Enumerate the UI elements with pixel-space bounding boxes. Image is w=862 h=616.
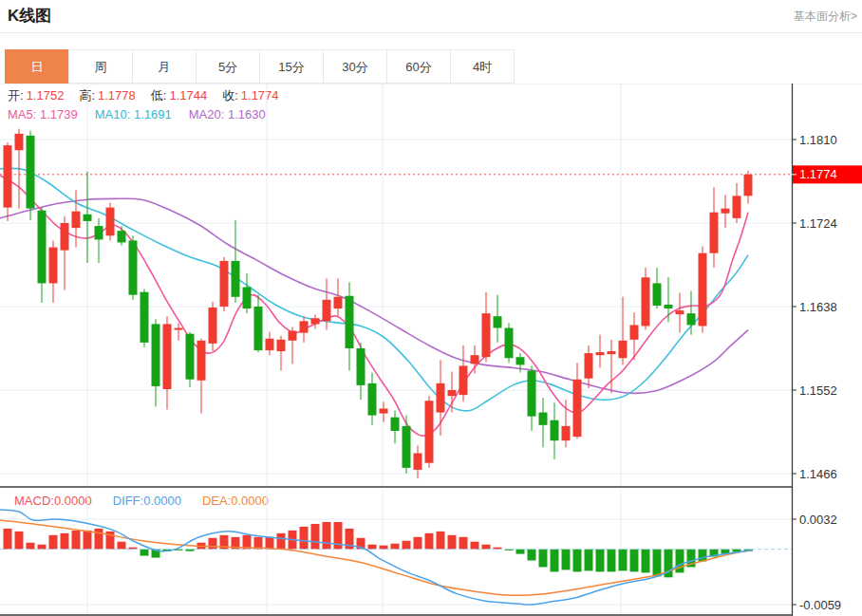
candle-body bbox=[528, 371, 536, 417]
candle-body bbox=[175, 328, 183, 330]
candle-body bbox=[562, 426, 571, 440]
macd-bar bbox=[209, 538, 217, 550]
candle-body bbox=[277, 340, 286, 351]
candle-body bbox=[243, 288, 252, 309]
candle-body bbox=[516, 357, 525, 364]
page-title: K线图 bbox=[8, 5, 51, 27]
macd-bar bbox=[323, 522, 331, 550]
macd-bar bbox=[266, 537, 274, 550]
candle-body bbox=[505, 328, 514, 359]
candle-body bbox=[300, 321, 309, 332]
candle-body bbox=[15, 134, 24, 150]
macd-bar bbox=[84, 531, 92, 550]
macd-bar bbox=[528, 550, 536, 561]
candle-body bbox=[254, 307, 263, 350]
candle-body bbox=[186, 334, 195, 380]
candle-body bbox=[676, 310, 684, 314]
fundamental-analysis-link[interactable]: 基本面分析> bbox=[794, 9, 857, 25]
macd-bar bbox=[311, 524, 320, 550]
macd-bar bbox=[61, 533, 69, 550]
candle-body bbox=[721, 209, 730, 214]
macd-bar bbox=[95, 529, 103, 550]
macd-panel bbox=[0, 510, 792, 605]
macd-bar bbox=[380, 546, 388, 550]
macd-bar bbox=[448, 535, 457, 550]
kline-chart[interactable]: 1.18101.17241.16381.15521.14660.0032-0.0… bbox=[0, 84, 862, 616]
macd-bar bbox=[38, 545, 47, 550]
candle-body bbox=[596, 352, 605, 355]
candle-body bbox=[642, 277, 650, 326]
tab-30分[interactable]: 30分 bbox=[323, 49, 387, 84]
candle-body bbox=[311, 318, 320, 324]
candle-body bbox=[334, 297, 343, 308]
macd-bar bbox=[516, 550, 525, 554]
macd-bar bbox=[551, 550, 559, 572]
axis-tick-label: 1.1466 bbox=[799, 467, 837, 481]
candle-body bbox=[585, 353, 593, 379]
candle-body bbox=[266, 339, 274, 350]
candle-body bbox=[209, 308, 217, 344]
macd-bar bbox=[539, 550, 548, 568]
ma10-line bbox=[0, 168, 748, 410]
macd-bar bbox=[676, 550, 684, 573]
macd-bar bbox=[4, 529, 12, 550]
macd-bar bbox=[608, 550, 616, 572]
tab-周[interactable]: 周 bbox=[68, 49, 133, 84]
price-panel bbox=[0, 129, 792, 478]
tab-4时[interactable]: 4时 bbox=[450, 49, 515, 84]
candle-body bbox=[391, 418, 400, 431]
candle-body bbox=[699, 253, 707, 327]
candle-body bbox=[437, 383, 445, 413]
candle-body bbox=[357, 348, 365, 385]
macd-bar bbox=[334, 522, 343, 550]
candle-body bbox=[38, 211, 47, 284]
candle-body bbox=[84, 215, 92, 221]
macd-bar bbox=[437, 532, 445, 550]
axis-tick-label: 0.0032 bbox=[799, 513, 837, 527]
candle-body bbox=[106, 208, 115, 236]
candle-body bbox=[197, 341, 206, 381]
candle-body bbox=[630, 325, 639, 339]
tab-5分[interactable]: 5分 bbox=[196, 49, 260, 84]
candle-body bbox=[49, 248, 58, 284]
tab-60分[interactable]: 60分 bbox=[386, 49, 451, 84]
macd-bar bbox=[15, 532, 24, 550]
macd-bar bbox=[72, 531, 81, 550]
tab-月[interactable]: 月 bbox=[132, 49, 197, 84]
macd-bar bbox=[391, 544, 400, 550]
macd-bar bbox=[277, 533, 286, 550]
candle-body bbox=[608, 351, 616, 354]
macd-bar bbox=[414, 537, 422, 550]
candle-body bbox=[459, 365, 468, 395]
axis-tick-label: 1.1552 bbox=[799, 383, 837, 398]
tab-15分[interactable]: 15分 bbox=[259, 49, 324, 84]
candle-body bbox=[619, 341, 628, 358]
tab-日[interactable]: 日 bbox=[5, 49, 69, 84]
macd-bar bbox=[425, 533, 434, 550]
candle-body bbox=[95, 226, 103, 239]
macd-bar bbox=[619, 550, 628, 571]
macd-bar bbox=[49, 535, 58, 550]
candle-body bbox=[72, 212, 81, 228]
macd-bar bbox=[368, 545, 377, 550]
candle-body bbox=[346, 296, 354, 348]
macd-bar bbox=[596, 550, 605, 572]
candle-body bbox=[733, 196, 741, 218]
macd-bar bbox=[585, 550, 593, 571]
candle-body bbox=[403, 426, 411, 468]
macd-bar bbox=[300, 527, 309, 550]
candle-body bbox=[232, 261, 240, 297]
macd-bar bbox=[27, 543, 35, 550]
macd-bar bbox=[562, 550, 571, 570]
macd-bar bbox=[118, 542, 126, 550]
candle-body bbox=[573, 380, 582, 437]
candle-body bbox=[687, 313, 696, 325]
macd-bar bbox=[482, 545, 491, 550]
candle-body bbox=[494, 316, 502, 327]
macd-bar bbox=[403, 541, 411, 550]
macd-bar bbox=[459, 537, 468, 550]
candle-body bbox=[163, 324, 172, 389]
kline-widget: K线图 基本面分析> 日周月5分15分30分60分4时 开:1.1752高:1.… bbox=[0, 0, 862, 616]
candle-body bbox=[61, 223, 69, 251]
candle-body bbox=[448, 390, 457, 396]
